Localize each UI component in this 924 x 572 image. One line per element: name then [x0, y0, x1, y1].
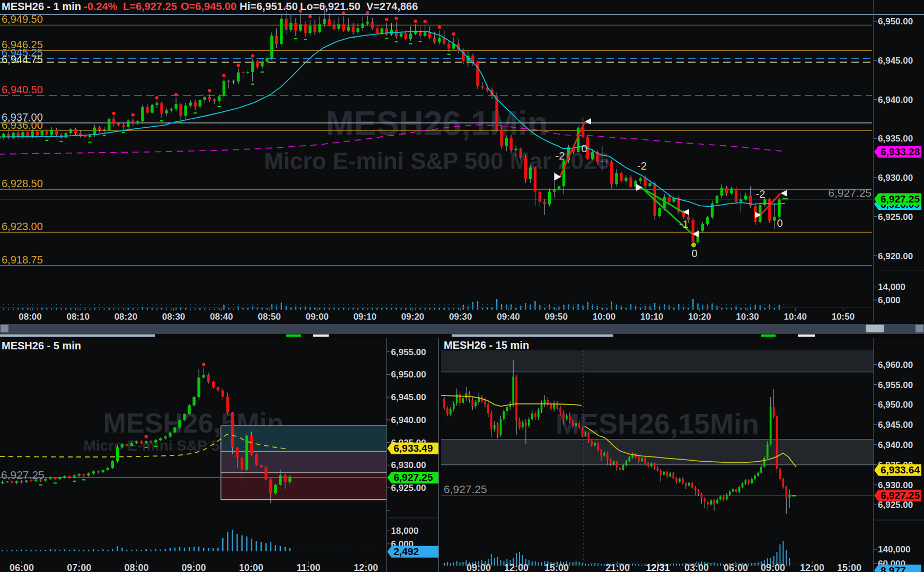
svg-text:6,933.49: 6,933.49 [394, 443, 433, 454]
svg-text:6,944.75: 6,944.75 [2, 54, 43, 65]
svg-text:09:40: 09:40 [497, 312, 520, 322]
svg-text:6,949.50: 6,949.50 [2, 13, 43, 25]
svg-text:11:00: 11:00 [296, 562, 320, 572]
svg-text:09:00: 09:00 [761, 562, 785, 572]
svg-text:10:50: 10:50 [832, 312, 855, 322]
svg-text:09:10: 09:10 [354, 312, 376, 322]
svg-text:8,977: 8,977 [881, 565, 906, 572]
svg-text:Lo=6,921.50: Lo=6,921.50 [300, 1, 360, 12]
svg-text:6,940.00: 6,940.00 [878, 95, 913, 105]
svg-text:09:50: 09:50 [544, 312, 567, 322]
svg-text:08:50: 08:50 [258, 312, 280, 322]
svg-text:08:40: 08:40 [210, 312, 233, 322]
svg-text:0: 0 [581, 143, 587, 154]
svg-text:6,925.00: 6,925.00 [878, 500, 913, 510]
svg-text:10:10: 10:10 [640, 312, 663, 322]
svg-text:-2: -2 [756, 188, 765, 200]
svg-text:6,930.00: 6,930.00 [878, 173, 913, 183]
svg-text:2,492: 2,492 [394, 546, 419, 557]
svg-text:Hi=6,951.50: Hi=6,951.50 [240, 1, 298, 12]
svg-text:6,927.25: 6,927.25 [881, 193, 920, 205]
svg-text:10:20: 10:20 [688, 312, 711, 322]
svg-text:06:00: 06:00 [10, 562, 34, 572]
svg-text:-1: -1 [679, 218, 689, 230]
svg-text:6,960.00: 6,960.00 [878, 360, 913, 370]
svg-text:08:10: 08:10 [66, 312, 89, 322]
svg-text:6,918.75: 6,918.75 [2, 254, 43, 266]
svg-text:6,925.00: 6,925.00 [878, 212, 913, 222]
svg-text:6,927.25: 6,927.25 [881, 490, 920, 501]
svg-text:12/31: 12/31 [646, 562, 670, 572]
svg-text:6,950.00: 6,950.00 [878, 16, 913, 27]
svg-text:MESH26 - 5 min: MESH26 - 5 min [2, 340, 81, 351]
svg-text:15:00: 15:00 [544, 562, 569, 572]
svg-text:03:00: 03:00 [684, 562, 709, 572]
svg-text:6,950.00: 6,950.00 [391, 369, 426, 380]
svg-text:6,955.00: 6,955.00 [391, 347, 426, 357]
svg-text:08:20: 08:20 [115, 312, 137, 322]
svg-text:6,000: 6,000 [878, 295, 901, 305]
svg-text:09:00: 09:00 [305, 312, 328, 322]
svg-text:6,933.28: 6,933.28 [881, 146, 920, 157]
svg-text:6,920.00: 6,920.00 [878, 251, 913, 261]
svg-text:0: 0 [777, 217, 782, 229]
svg-text:6,933.64: 6,933.64 [881, 464, 920, 476]
svg-text:6,927.25: 6,927.25 [1, 469, 45, 481]
svg-text:10:40: 10:40 [784, 312, 806, 322]
svg-text:6,935.00: 6,935.00 [878, 134, 913, 144]
svg-text:6,936.00: 6,936.00 [2, 119, 43, 131]
svg-text:6,950.00: 6,950.00 [878, 400, 913, 410]
svg-text:6,945.00: 6,945.00 [391, 392, 426, 402]
svg-text:6,930.00: 6,930.00 [878, 480, 913, 490]
svg-text:6,923.00: 6,923.00 [2, 221, 43, 232]
svg-text:12:00: 12:00 [354, 562, 378, 572]
svg-text:6,927.25: 6,927.25 [444, 483, 487, 495]
svg-text:07:00: 07:00 [67, 562, 91, 572]
svg-text:6,945.00: 6,945.00 [878, 56, 913, 66]
svg-text:12:00: 12:00 [800, 562, 824, 572]
svg-text:6,940.50: 6,940.50 [2, 84, 43, 95]
svg-text:6,925.00: 6,925.00 [391, 483, 426, 493]
svg-text:6,927.25: 6,927.25 [394, 472, 433, 483]
svg-text:21:00: 21:00 [605, 562, 630, 572]
svg-text:6,928.50: 6,928.50 [2, 178, 43, 189]
svg-text:V=274,866: V=274,866 [366, 1, 418, 12]
svg-text:06:00: 06:00 [724, 562, 748, 572]
svg-text:140,000: 140,000 [878, 544, 910, 555]
svg-text:09:00: 09:00 [182, 562, 206, 572]
svg-text:L=6,927.25: L=6,927.25 [123, 1, 177, 12]
svg-text:-2: -2 [637, 160, 647, 172]
svg-text:15:00: 15:00 [837, 562, 861, 572]
svg-text:09:30: 09:30 [449, 312, 472, 322]
svg-text:6,955.00: 6,955.00 [878, 380, 913, 390]
svg-text:-0.24%: -0.24% [84, 1, 118, 12]
svg-text:6,927.25: 6,927.25 [828, 187, 872, 199]
svg-text:18,000: 18,000 [391, 526, 419, 536]
svg-text:10:00: 10:00 [239, 562, 263, 572]
svg-text:6,940.00: 6,940.00 [391, 415, 426, 425]
svg-text:09:00: 09:00 [467, 562, 491, 572]
svg-text:O=6,945.00: O=6,945.00 [181, 1, 236, 12]
svg-text:08:30: 08:30 [162, 312, 185, 322]
svg-text:MESH26 - 15 min: MESH26 - 15 min [444, 339, 529, 351]
svg-text:6,930.00: 6,930.00 [391, 460, 426, 470]
svg-text:-2: -2 [556, 150, 565, 162]
svg-text:12:00: 12:00 [504, 562, 529, 572]
svg-text:14,000: 14,000 [878, 282, 905, 292]
svg-text:10:30: 10:30 [736, 312, 759, 322]
svg-text:10:00: 10:00 [593, 312, 615, 322]
svg-text:09:20: 09:20 [401, 312, 424, 322]
svg-text:MESH26 - 1 min: MESH26 - 1 min [2, 1, 81, 12]
svg-text:6,945.00: 6,945.00 [878, 420, 913, 430]
svg-text:MESH26,1Min: MESH26,1Min [325, 104, 548, 143]
svg-text:0: 0 [691, 248, 697, 259]
svg-text:08:00: 08:00 [19, 312, 41, 322]
svg-text:6,940.00: 6,940.00 [878, 440, 913, 450]
svg-text:08:00: 08:00 [124, 562, 148, 572]
